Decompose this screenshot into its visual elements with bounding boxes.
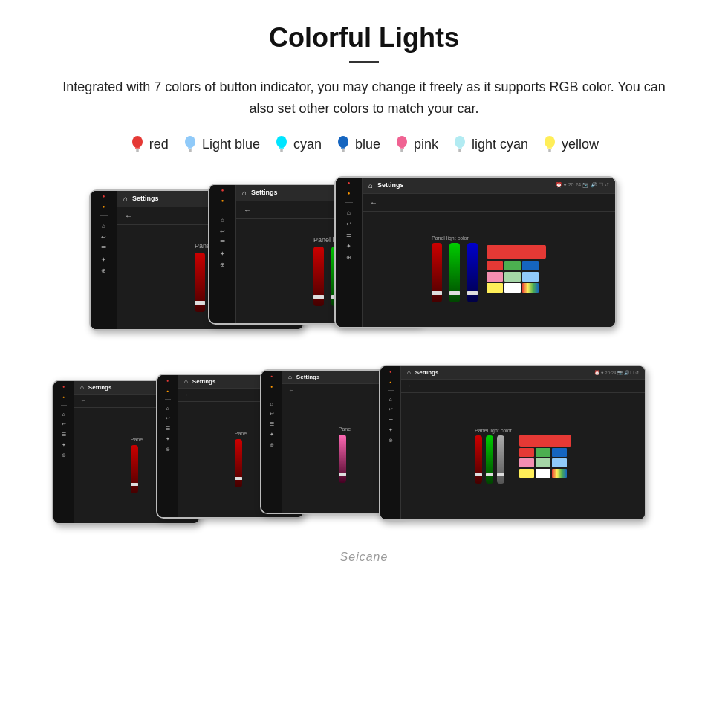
red-bulb-icon [129, 134, 146, 155]
svg-rect-9 [279, 147, 284, 149]
page-description: Integrated with 7 colors of button indic… [59, 77, 669, 120]
color-label-red: red [149, 137, 169, 152]
svg-point-4 [185, 136, 195, 148]
svg-rect-14 [342, 149, 345, 151]
svg-rect-7 [189, 151, 192, 152]
pink-bulb-icon [394, 134, 410, 155]
svg-rect-26 [548, 149, 551, 151]
title-divider [349, 61, 379, 63]
blue-bulb-icon [335, 134, 351, 155]
color-label-lightcyan: light cyan [472, 137, 528, 152]
color-item-pink: pink [394, 134, 438, 155]
svg-rect-15 [342, 151, 345, 152]
color-label-pink: pink [414, 137, 438, 152]
bottom-screens-row: ● ● ⌂ ↩ ☰ ✦ ⊕ ⌂ Settings ☼ ✦ ← [30, 365, 698, 543]
lightblue-bulb-icon [182, 134, 198, 155]
color-label-yellow: yellow [562, 137, 599, 152]
svg-rect-25 [547, 147, 552, 149]
color-label-blue: blue [355, 137, 380, 152]
svg-rect-10 [280, 149, 283, 151]
svg-point-8 [276, 136, 287, 148]
svg-point-0 [132, 136, 143, 148]
svg-point-20 [455, 136, 465, 148]
screen-3: ● ● ⌂ ↩ ☰ ✦ ⊕ ⌂ Settings ⏰ ♥ 20:24 📷 🔊 ☐… [334, 176, 617, 328]
color-item-red: red [129, 134, 169, 155]
svg-rect-23 [458, 151, 461, 152]
svg-rect-13 [341, 147, 345, 149]
svg-rect-2 [136, 149, 139, 151]
lightcyan-bulb-icon [452, 134, 468, 155]
svg-rect-18 [400, 149, 403, 151]
svg-rect-27 [548, 151, 551, 152]
color-item-blue: blue [335, 134, 380, 155]
color-label-lightblue: Light blue [202, 137, 260, 152]
svg-point-16 [397, 136, 407, 148]
svg-rect-3 [136, 151, 139, 152]
svg-rect-5 [188, 147, 192, 149]
svg-rect-11 [280, 151, 283, 152]
svg-rect-6 [189, 149, 192, 151]
svg-rect-21 [458, 147, 462, 149]
svg-point-12 [338, 136, 348, 148]
page-title: Colorful Lights [30, 22, 698, 53]
color-item-cyan: cyan [273, 134, 322, 155]
svg-rect-19 [400, 151, 403, 152]
color-list: red Light blue [30, 134, 698, 155]
screen-7: ● ● ⌂ ↩ ☰ ✦ ⊕ ⌂ Settings ⏰ ♥ 20:24 📷 🔊 ☐… [379, 365, 646, 521]
yellow-bulb-icon [542, 134, 558, 155]
svg-rect-1 [135, 147, 140, 149]
top-screens-row: ● ● ⌂ ↩ ☰ ✦ ⊕ ⌂ Settings ☼ ✦ ← [30, 176, 698, 347]
color-item-yellow: yellow [542, 134, 599, 155]
color-item-lightblue: Light blue [182, 134, 260, 155]
cyan-bulb-icon [273, 134, 290, 155]
color-item-lightcyan: light cyan [452, 134, 528, 155]
watermark: Seicane [30, 551, 698, 564]
color-label-cyan: cyan [293, 137, 322, 152]
svg-point-24 [545, 136, 555, 148]
svg-rect-17 [400, 147, 404, 149]
svg-rect-22 [458, 149, 461, 151]
